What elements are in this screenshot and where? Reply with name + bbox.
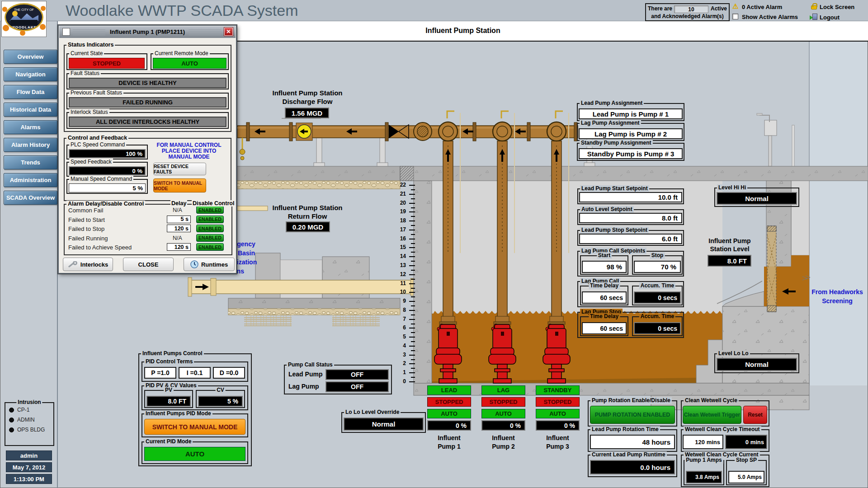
level-hi-hi-value: Normal: [717, 192, 797, 205]
level-scale-minor-tick: [411, 207, 415, 208]
sidebar-item-trends[interactable]: Trends: [4, 155, 57, 169]
alarm-enabled-button[interactable]: ENABLED: [196, 206, 224, 214]
pid-i-value[interactable]: I =0.1: [179, 367, 211, 379]
alarm-banner-suffix: Active: [711, 5, 727, 12]
lock-screen-button[interactable]: Lock Screen: [820, 4, 854, 10]
pid-p-value[interactable]: P =1.0: [144, 367, 176, 379]
level-scale-tick: [409, 328, 415, 328]
alarm-enabled-button[interactable]: ENABLED: [196, 243, 224, 251]
runtimes-button[interactable]: Runtimes: [184, 258, 235, 271]
level-scale-number: 9: [392, 298, 406, 304]
close-button[interactable]: CLOSE: [123, 258, 174, 271]
level-scale-tick: [409, 194, 415, 195]
level-scale-minor-tick: [411, 324, 415, 324]
sidebar-item-historical-data[interactable]: Historical Data: [4, 103, 57, 117]
sidebar-item-scada-overview[interactable]: SCADA Overview: [4, 191, 57, 205]
assignment-value-2: Standby Pump is Pump # 3: [579, 148, 683, 159]
setpoint-value-0[interactable]: 10.0 ft: [579, 192, 682, 202]
flow-meter: [414, 122, 432, 141]
dialog-close-button[interactable]: ✕: [224, 28, 233, 36]
alarm-enabled-button[interactable]: ENABLED: [196, 234, 224, 242]
pump-speed-3: 0 %: [536, 420, 580, 431]
alarm-delay-na: N/A: [173, 235, 182, 241]
alarm-delay-input[interactable]: 120 s: [167, 225, 191, 232]
manual-speed-command-input[interactable]: 5 %: [69, 183, 146, 192]
level-scale-minor-tick: [411, 252, 415, 253]
lag-stop-delay-value[interactable]: 60 secs: [582, 322, 627, 334]
setpoint-0-label: Lead Pump Start Setpoint: [580, 185, 649, 192]
setpoint-value-2[interactable]: 6.0 ft: [579, 234, 682, 244]
level-scale-number: 3: [392, 352, 406, 358]
level-scale-number: 0: [392, 378, 406, 385]
setpoint-value-1[interactable]: 8.0 ft: [579, 213, 682, 223]
level-scale-tick: [409, 337, 415, 338]
alarm-enabled-button[interactable]: ENABLED: [196, 216, 224, 223]
logout-button[interactable]: Logout: [820, 14, 840, 21]
sidebar-item-administration[interactable]: Administration: [4, 173, 57, 187]
alarm-delay-input[interactable]: 120 s: [167, 243, 191, 251]
sidebar-item-overview[interactable]: Overview: [4, 50, 57, 64]
level-scale-number: 8: [392, 307, 406, 313]
clean-wetwell-reset-button[interactable]: Reset: [743, 406, 767, 424]
delay-column-header: Delay: [170, 200, 187, 206]
level-scale-minor-tick: [411, 288, 415, 289]
level-scale-tick: [409, 319, 415, 320]
pid-d-value[interactable]: D =0.0: [213, 367, 245, 379]
pump-mode-1: AUTO: [427, 409, 471, 418]
clean-timeout-set[interactable]: 120 mins: [683, 435, 723, 449]
level-scale-minor-tick: [411, 225, 415, 226]
sidebar-item-navigation[interactable]: Navigation: [4, 67, 57, 81]
level-scale-tick: [409, 265, 415, 266]
clean-wetwell-trigger-button[interactable]: Clean Wetwell Trigger: [683, 406, 741, 424]
lag-start-value[interactable]: 98 %: [582, 261, 627, 273]
lo-lo-level-override-label: Lo Lo Level Override: [344, 409, 401, 416]
level-scale-number: 4: [392, 343, 406, 349]
level-hi-hi-label: Level Hi Hi: [717, 184, 747, 191]
alarm-delay-input[interactable]: 5 s: [167, 216, 191, 223]
alarm-row-name: Failed to Start: [68, 216, 105, 223]
pump1-amps-field-label: Pump 1 Amps: [684, 457, 723, 464]
lag-call-delay-label: Time Delay: [589, 282, 620, 289]
influent-pump-1-dialog: Influent Pump 1 (PMP1211) ✕ Status Indic…: [58, 25, 237, 274]
clock-icon: [190, 260, 198, 268]
level-scale-minor-tick: [411, 189, 415, 190]
discharge-header-pipe: [237, 118, 595, 166]
level-scale-number: 19: [392, 208, 406, 215]
sidebar-item-alarm-history[interactable]: Alarm History: [4, 138, 57, 152]
alarm-delay-na: N/A: [173, 207, 182, 213]
alarm-enabled-button[interactable]: ENABLED: [196, 225, 224, 232]
lag-call-delay-value[interactable]: 60 secs: [582, 291, 627, 304]
reset-device-faults-button[interactable]: RESET DEVICE FAULTS: [153, 163, 206, 175]
level-scale-number: 18: [392, 217, 406, 224]
stop-sp-value[interactable]: 5.0 Amps: [728, 471, 764, 483]
rotation-time-value[interactable]: 48 hours: [590, 435, 675, 449]
sidebar-item-alarms[interactable]: Alarms: [4, 120, 57, 134]
interlocks-button[interactable]: Interlocks: [63, 258, 113, 271]
speed-feedback-value: 0 %: [69, 166, 146, 175]
scada-window: Woodlake WWTP SCADA System THE CITY OF W…: [0, 0, 868, 488]
pv-field-label: PV: [164, 387, 174, 394]
level-scale-number: 1: [392, 369, 406, 375]
cv-field-label: CV: [215, 387, 226, 394]
level-scale-minor-tick: [411, 198, 415, 199]
stop-sp-field-label: Stop SP: [735, 457, 758, 464]
switch-to-manual-button[interactable]: SWITCH TO MANUAL MODE: [153, 178, 206, 192]
pump-call-row-value: OFF: [326, 369, 389, 380]
current-remote-mode-value: AUTO: [153, 58, 226, 69]
sidebar-item-flow-data[interactable]: Flow Data: [4, 85, 57, 99]
session-date: May 7, 2012: [6, 462, 52, 472]
show-active-alarms-checkbox[interactable]: [732, 14, 738, 19]
intrusion-row: ADMIN: [9, 417, 35, 423]
slide-gate: [767, 226, 776, 312]
intrusion-location-label: CP-1: [17, 407, 29, 413]
pid-switch-manual-button[interactable]: SWITCH TO MANUAL MODE: [144, 419, 245, 435]
pump-call-status-label: Pump Call Status: [287, 361, 334, 368]
level-scale-minor-tick: [411, 368, 415, 369]
dialog-title-bar[interactable]: Influent Pump 1 (PMP1211) ✕: [59, 26, 236, 38]
pump-call-row-label: Lead Pump: [288, 371, 325, 378]
lag-stop-accum-label: Accum. Time: [639, 313, 675, 320]
level-scale-number: 12: [392, 271, 406, 277]
level-scale-minor-tick: [411, 359, 415, 360]
pump-rotation-button[interactable]: PUMP ROTATION ENABLED: [590, 406, 675, 424]
lag-stop-value[interactable]: 70 %: [634, 261, 681, 273]
